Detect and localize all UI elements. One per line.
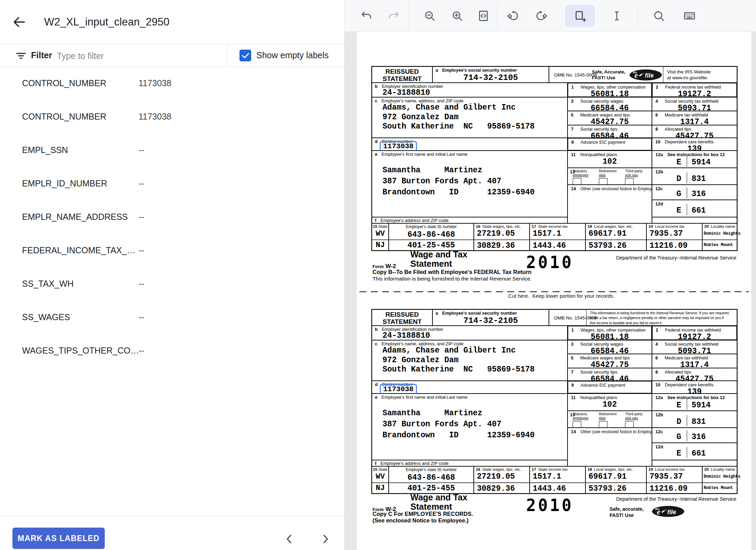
label-name: CONTROL_NUMBER bbox=[22, 78, 139, 88]
document-viewer[interactable]: REISSUEDSTATEMENT aEmployee's social sec… bbox=[345, 32, 756, 550]
label-value: -- bbox=[139, 245, 144, 255]
w2-box-6: 6Medicare tax withheld1317.4 bbox=[652, 111, 737, 125]
toolbar-separator bbox=[409, 3, 409, 28]
w2-box-19: 19Local income tax 7935.37 bbox=[646, 466, 702, 483]
w2-form-copy-c: REISSUEDSTATEMENT aEmployee's social sec… bbox=[372, 309, 737, 530]
w2-box-e: eEmployee's first name and initial Last … bbox=[372, 394, 568, 460]
w2-box-e: eEmployee's first name and initial Last … bbox=[372, 151, 568, 217]
label-value: 1173038 bbox=[139, 78, 171, 88]
svg-text:file: file bbox=[667, 509, 676, 516]
redo-button[interactable] bbox=[388, 10, 400, 22]
w2-box-12a: 12aSee instructions for box 12 E5914 bbox=[652, 151, 737, 168]
keyboard-icon bbox=[683, 10, 696, 22]
w2-box-14: 14Other (see enclosed Notice to Employee… bbox=[568, 185, 652, 223]
w2-box-10: 10Dependent care benefits139 bbox=[652, 381, 737, 394]
w2-table: REISSUEDSTATEMENT aEmployee's social sec… bbox=[372, 309, 737, 493]
w2-state-row: 401-25-455 bbox=[389, 240, 474, 251]
w2-state-row: 53793.26 bbox=[585, 240, 646, 251]
zoom-out-button[interactable] bbox=[423, 10, 436, 22]
w2-state-row: 401-25-455 bbox=[389, 483, 474, 493]
show-empty-checkbox[interactable] bbox=[239, 50, 251, 61]
labels-panel: W2_XL_input_clean_2950 Filter Show empty… bbox=[0, 0, 345, 550]
list-item[interactable]: EMPL_SSN-- bbox=[0, 133, 344, 167]
zoom-in-button[interactable] bbox=[451, 10, 463, 22]
add-bounding-box-button[interactable] bbox=[574, 10, 586, 22]
w2-reissued-box: REISSUEDSTATEMENT bbox=[372, 67, 432, 83]
control-number-annotation[interactable]: 1173038 bbox=[380, 141, 417, 152]
w2-box-7: 7Social security tips66584.46 bbox=[568, 368, 652, 381]
previous-document-button[interactable] bbox=[283, 532, 296, 546]
w2-box-c: cEmployer's name, address, and ZIP code … bbox=[372, 97, 568, 138]
fit-to-width-icon bbox=[477, 10, 490, 22]
label-value: -- bbox=[139, 179, 144, 189]
w2-box-12-spacer bbox=[652, 217, 737, 223]
filter-input[interactable] bbox=[56, 49, 216, 63]
w2-state-row: 11216.09 bbox=[646, 240, 702, 251]
w2-box-12b: 12b D831 bbox=[652, 168, 737, 185]
annotation-app: W2_XL_input_clean_2950 Filter Show empty… bbox=[0, 0, 756, 550]
w2-box-9: 9Advance EIC payment bbox=[568, 138, 652, 151]
label-name: EMPL_SSN bbox=[22, 145, 139, 155]
w2-box-8: 8Allocated tips45427.75 bbox=[652, 125, 737, 138]
list-item[interactable]: EMPLR_ID_NUMBER-- bbox=[0, 167, 344, 200]
show-empty-label: Show empty labels bbox=[256, 50, 329, 60]
w2-box-11: 11Nonqualified plans102 bbox=[568, 151, 652, 168]
w2-box-1: 1Wages, tips, other compensation56081.18 bbox=[568, 83, 652, 97]
back-button[interactable] bbox=[12, 14, 27, 30]
mark-as-labeled-button[interactable]: MARK AS LABELED bbox=[12, 528, 105, 549]
w2-box-13: 13 Statutoryemployee Retirementplan Thir… bbox=[568, 411, 652, 428]
control-number-annotation[interactable]: 1173038 bbox=[380, 384, 417, 395]
w2-state-row: NJ bbox=[372, 240, 389, 251]
w2-box-12d: 12d E661 bbox=[652, 200, 737, 217]
toolbar-separator bbox=[497, 3, 497, 28]
text-select-icon bbox=[611, 10, 623, 22]
w2-box-17: 17State income tax 1517.1 bbox=[530, 466, 585, 483]
w2-box-12c: 12c G316 bbox=[652, 185, 737, 200]
w2-box-11: 11Nonqualified plans102 bbox=[568, 394, 652, 411]
list-item[interactable]: WAGES_TIPS_OTHER_CO…-- bbox=[0, 334, 344, 367]
w2-box-3: 3Social security wages66584.46 bbox=[568, 340, 652, 354]
next-document-button[interactable] bbox=[319, 532, 332, 546]
search-icon bbox=[653, 10, 665, 22]
list-item[interactable]: SS_WAGES-- bbox=[0, 301, 344, 334]
list-item[interactable]: CONTROL_NUMBER1173038 bbox=[0, 100, 344, 133]
cut-line-text: Cut here. Keep lower portion for your re… bbox=[508, 293, 614, 299]
w2-box-15: 15State WV bbox=[372, 223, 389, 240]
arrow-back-icon bbox=[12, 14, 27, 30]
label-name: SS_WAGES bbox=[22, 312, 139, 322]
w2-box-3: 3Social security wages66584.46 bbox=[568, 97, 652, 111]
label-name: CONTROL_NUMBER bbox=[22, 112, 139, 122]
w2-state-id: Employer's state ID number 643-86-468 bbox=[389, 466, 474, 483]
label-value: -- bbox=[139, 312, 144, 322]
w2-box-14: 14Other (see enclosed Notice to Employee… bbox=[568, 428, 652, 466]
list-item[interactable]: CONTROL_NUMBER1173038 bbox=[0, 67, 344, 100]
checkmark-icon bbox=[241, 51, 250, 60]
undo-button[interactable] bbox=[360, 10, 372, 22]
w2-box-f: fEmployee's address and ZIP code bbox=[372, 460, 568, 466]
w2-box-b: bEmployer identification number 24-31888… bbox=[372, 83, 568, 97]
w2-box-18: 18Local wages, tips, etc. 69617.91 bbox=[585, 466, 646, 483]
w2-state-row: 1443.46 bbox=[530, 240, 585, 251]
w2-box-4: 4Social security tax withheld5093.71 bbox=[652, 97, 737, 111]
search-button[interactable] bbox=[653, 10, 665, 22]
fit-to-width-button[interactable] bbox=[477, 10, 490, 22]
rotate-right-button[interactable] bbox=[535, 10, 547, 22]
keyboard-shortcuts-button[interactable] bbox=[683, 10, 696, 22]
w2-box-17: 17State income tax 1517.1 bbox=[530, 223, 585, 240]
w2-box-12a: 12aSee instructions for box 12 E5914 bbox=[652, 394, 737, 411]
panel-header: W2_XL_input_clean_2950 bbox=[0, 0, 344, 44]
w2-box-b: bEmployer identification number 24-31888… bbox=[372, 326, 568, 340]
w2-box-20: 20Locality name Dominic Heights bbox=[702, 466, 737, 483]
w2-box-19: 19Local income tax 7935.37 bbox=[646, 223, 702, 240]
add-bounding-box-icon bbox=[574, 10, 586, 22]
list-item[interactable]: SS_TAX_WH-- bbox=[0, 267, 344, 301]
label-value: -- bbox=[139, 212, 144, 222]
efile-logo: IRS e file bbox=[629, 68, 662, 82]
list-item[interactable]: FEDERAL_INCOME_TAX_…-- bbox=[0, 234, 344, 267]
rotate-left-button[interactable] bbox=[507, 10, 520, 22]
w2-header-right: OMB No. 1545-0008 This information is be… bbox=[549, 309, 737, 326]
w2-box-2: 2Federal income tax withheld19127.2 bbox=[652, 83, 737, 97]
label-list: CONTROL_NUMBER1173038 CONTROL_NUMBER1173… bbox=[0, 67, 344, 367]
text-select-button[interactable] bbox=[611, 10, 623, 22]
list-item[interactable]: EMPLR_NAME_ADDRESS-- bbox=[0, 200, 344, 234]
